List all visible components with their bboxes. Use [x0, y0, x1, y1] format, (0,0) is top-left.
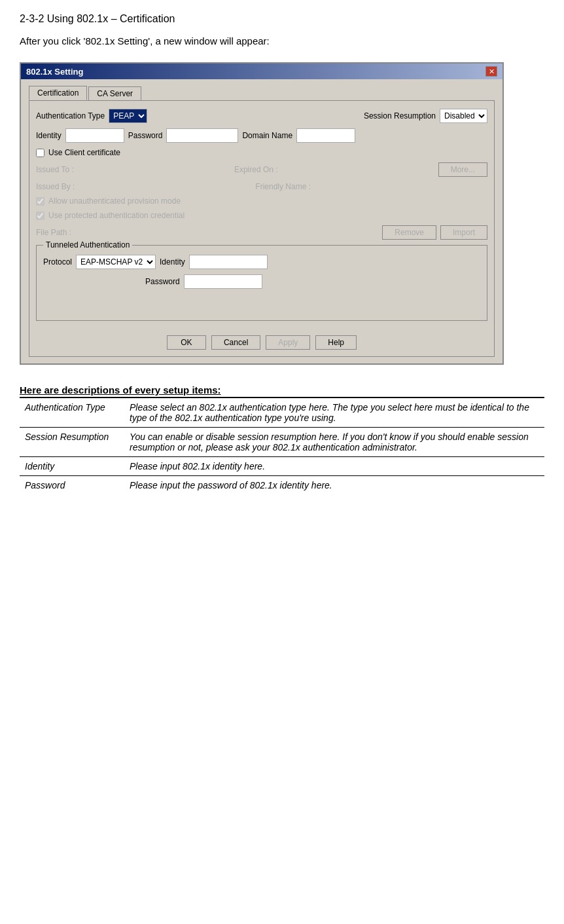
apply-button[interactable]: Apply — [266, 335, 310, 350]
issued-by-label: Issued By : — [36, 182, 75, 191]
allow-unauth-label: Allow unauthenticated provision mode — [48, 196, 181, 206]
session-resumption-select[interactable]: Disabled Enabled — [440, 109, 487, 123]
identity-label: Identity — [36, 131, 62, 140]
issued-by-row: Issued By : Friendly Name : — [36, 182, 487, 191]
password-input[interactable] — [166, 128, 238, 143]
identity-row: Identity Password Domain Name — [36, 128, 487, 143]
dialog-titlebar: 802.1x Setting ✕ — [21, 64, 502, 79]
more-button[interactable]: More... — [438, 162, 487, 177]
tunneled-password-row: Password — [43, 274, 480, 289]
help-button[interactable]: Help — [315, 335, 357, 350]
tab-bar: Certification CA Server — [29, 86, 495, 100]
desc-term: Password — [20, 476, 124, 495]
dialog-body: Certification CA Server Authentication T… — [21, 79, 502, 363]
desc-table-row: IdentityPlease input 802.1x identity her… — [20, 457, 544, 476]
domain-name-label: Domain Name — [242, 131, 292, 140]
password-label: Password — [128, 131, 163, 140]
descriptions-section: Here are descriptions of every setup ite… — [20, 384, 544, 494]
file-path-row: File Path : Remove Import — [36, 225, 487, 240]
desc-term: Authentication Type — [20, 397, 124, 428]
desc-table-row: Authentication TypePlease select an 802.… — [20, 397, 544, 428]
allow-unauth-checkbox[interactable] — [36, 197, 44, 206]
domain-name-input[interactable] — [296, 128, 355, 143]
buttons-row: OK Cancel Apply Help — [36, 329, 487, 350]
content-area: Authentication Type PEAP TLS TTLS LEAP M… — [29, 100, 495, 357]
tunneled-auth-groupbox: Tunneled Authentication Protocol EAP-MSC… — [36, 245, 487, 321]
desc-definition: You can enable or disable session resump… — [124, 428, 544, 457]
tab-certification[interactable]: Certification — [29, 86, 87, 100]
desc-definition: Please select an 802.1x authentication t… — [124, 397, 544, 428]
tab-ca-server[interactable]: CA Server — [88, 86, 141, 100]
intro-text: After you click '802.1x Setting', a new … — [20, 35, 544, 46]
use-client-cert-label: Use Client certificate — [48, 148, 120, 157]
use-protected-checkbox[interactable] — [36, 212, 44, 220]
desc-term: Identity — [20, 457, 124, 476]
use-client-cert-checkbox[interactable] — [36, 149, 44, 157]
tunneled-auth-title: Tunneled Authentication — [43, 240, 132, 249]
tunneled-password-input[interactable] — [184, 274, 262, 289]
file-path-label: File Path : — [36, 228, 71, 237]
page-title: 2-3-2 Using 802.1x – Certification — [20, 13, 544, 25]
auth-type-select[interactable]: PEAP TLS TTLS LEAP MD5 — [109, 109, 147, 123]
use-protected-row: Use protected authentication credential — [36, 211, 487, 220]
session-resumption-label: Session Resumption — [364, 111, 436, 120]
import-button[interactable]: Import — [440, 225, 487, 240]
identity-input[interactable] — [65, 128, 124, 143]
cancel-button[interactable]: Cancel — [211, 335, 260, 350]
desc-heading: Here are descriptions of every setup ite… — [20, 384, 544, 396]
expired-on-label: Expired On : — [234, 165, 278, 174]
dialog-close-button[interactable]: ✕ — [485, 66, 497, 77]
protocol-select[interactable]: EAP-MSCHAP v2 CHAP PAP MSCHAP — [76, 255, 156, 269]
friendly-name-label: Friendly Name : — [255, 182, 311, 191]
auth-type-row: Authentication Type PEAP TLS TTLS LEAP M… — [36, 109, 487, 123]
tunneled-identity-input[interactable] — [189, 255, 268, 269]
dialog-wrapper: 802.1x Setting ✕ Certification CA Server… — [20, 62, 544, 365]
use-protected-label: Use protected authentication credential — [48, 211, 185, 220]
desc-table-row: PasswordPlease input the password of 802… — [20, 476, 544, 495]
desc-definition: Please input 802.1x identity here. — [124, 457, 544, 476]
auth-type-label: Authentication Type — [36, 111, 105, 120]
dialog-title: 802.1x Setting — [26, 67, 83, 77]
issued-to-label: Issued To : — [36, 165, 74, 174]
desc-definition: Please input the password of 802.1x iden… — [124, 476, 544, 495]
desc-term: Session Resumption — [20, 428, 124, 457]
remove-button[interactable]: Remove — [382, 225, 436, 240]
dialog: 802.1x Setting ✕ Certification CA Server… — [20, 62, 504, 365]
tunneled-password-label: Password — [145, 277, 180, 286]
ok-button[interactable]: OK — [167, 335, 206, 350]
issued-to-row: Issued To : Expired On : More... — [36, 162, 487, 177]
allow-unauth-row: Allow unauthenticated provision mode — [36, 196, 487, 206]
tunneled-identity-label: Identity — [160, 257, 185, 267]
use-client-cert-row: Use Client certificate — [36, 148, 487, 157]
protocol-label: Protocol — [43, 257, 72, 267]
protocol-row: Protocol EAP-MSCHAP v2 CHAP PAP MSCHAP I… — [43, 255, 480, 269]
desc-table-row: Session ResumptionYou can enable or disa… — [20, 428, 544, 457]
desc-table: Authentication TypePlease select an 802.… — [20, 397, 544, 494]
